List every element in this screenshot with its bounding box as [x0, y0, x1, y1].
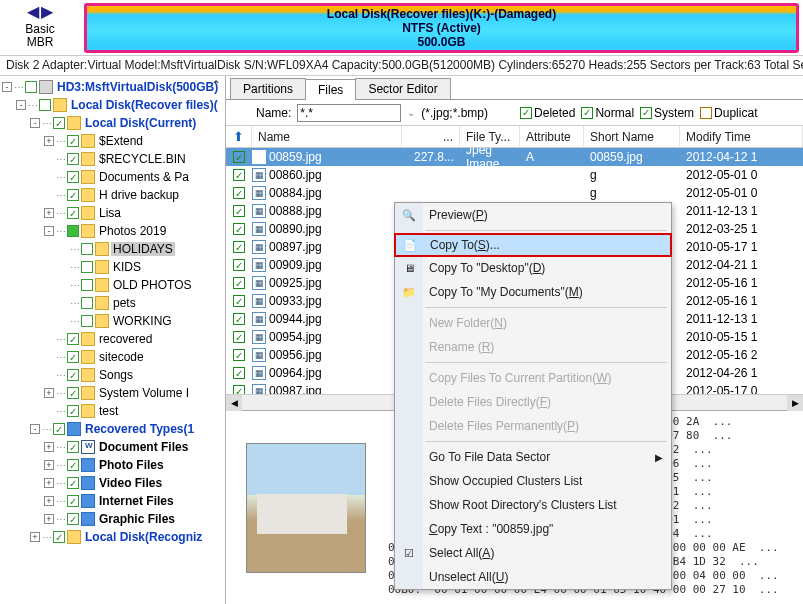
normal-check[interactable]: ✓Normal: [581, 106, 634, 120]
col-name[interactable]: Name: [252, 126, 402, 147]
expand-icon[interactable]: [58, 280, 68, 290]
tree-checkbox[interactable]: [81, 315, 93, 327]
tree-node[interactable]: +⋯✓Internet Files: [2, 492, 225, 510]
nav-back-icon[interactable]: ◀: [27, 2, 39, 21]
tree-node[interactable]: +⋯✓Document Files: [2, 438, 225, 456]
file-row[interactable]: ✓▦00884.jpgg2012-05-01 0: [226, 184, 803, 202]
duplicate-check[interactable]: Duplicat: [700, 106, 757, 120]
col-modify[interactable]: Modify Time: [680, 126, 803, 147]
file-checkbox[interactable]: ✓: [233, 367, 245, 379]
expand-icon[interactable]: [58, 316, 68, 326]
file-checkbox[interactable]: ✓: [233, 169, 245, 181]
tree-checkbox[interactable]: ✓: [67, 135, 79, 147]
tree-node[interactable]: -⋯Photos 2019: [2, 222, 225, 240]
tree-checkbox[interactable]: [67, 225, 79, 237]
tree-checkbox[interactable]: ✓: [67, 171, 79, 183]
expand-icon[interactable]: -: [30, 118, 40, 128]
menu-item[interactable]: ☑Select All(A): [395, 541, 671, 565]
tree-checkbox[interactable]: [81, 297, 93, 309]
tree-checkbox[interactable]: ✓: [67, 459, 79, 471]
file-checkbox[interactable]: ✓: [233, 385, 245, 394]
tree-checkbox[interactable]: ✓: [67, 477, 79, 489]
tree-node[interactable]: ⋯WORKING: [2, 312, 225, 330]
dropdown-icon[interactable]: ⌄: [407, 107, 415, 118]
tree-checkbox[interactable]: ✓: [67, 351, 79, 363]
expand-icon[interactable]: -: [16, 100, 26, 110]
expand-icon[interactable]: [58, 262, 68, 272]
tab-sector-editor[interactable]: Sector Editor: [355, 78, 450, 99]
tree-checkbox[interactable]: ✓: [67, 153, 79, 165]
expand-icon[interactable]: [58, 244, 68, 254]
expand-icon[interactable]: [44, 334, 54, 344]
col-attr[interactable]: Attribute: [520, 126, 584, 147]
expand-icon[interactable]: [58, 298, 68, 308]
menu-item[interactable]: Show Root Directory's Clusters List: [395, 493, 671, 517]
tree-checkbox[interactable]: ✓: [67, 369, 79, 381]
tree-node[interactable]: -⋯HD3:MsftVirtualDisk(500GB): [2, 78, 225, 96]
tree-node[interactable]: +⋯✓Photo Files: [2, 456, 225, 474]
name-filter-input[interactable]: [297, 104, 401, 122]
tree-checkbox[interactable]: ✓: [67, 495, 79, 507]
tree-node[interactable]: +⋯✓Lisa: [2, 204, 225, 222]
expand-icon[interactable]: -: [44, 226, 54, 236]
tree-checkbox[interactable]: [39, 99, 51, 111]
expand-icon[interactable]: -: [2, 82, 12, 92]
expand-icon[interactable]: +: [44, 496, 54, 506]
tree-checkbox[interactable]: ✓: [53, 423, 65, 435]
expand-icon[interactable]: [44, 352, 54, 362]
expand-icon[interactable]: [44, 190, 54, 200]
expand-icon[interactable]: [44, 370, 54, 380]
file-row[interactable]: ✓▦00859.jpg227.8...Jpeg ImageA00859.jpg2…: [226, 148, 803, 166]
menu-item[interactable]: 🔍Preview(P): [395, 203, 671, 227]
tree-checkbox[interactable]: ✓: [67, 189, 79, 201]
file-checkbox[interactable]: ✓: [233, 277, 245, 289]
menu-item[interactable]: 🖥Copy To "Desktop"(D): [395, 256, 671, 280]
tree-checkbox[interactable]: ✓: [67, 387, 79, 399]
tree-node[interactable]: ⋯OLD PHOTOS: [2, 276, 225, 294]
tree-node[interactable]: ⋯pets: [2, 294, 225, 312]
tree-node[interactable]: ⋯KIDS: [2, 258, 225, 276]
expand-icon[interactable]: [44, 172, 54, 182]
expand-icon[interactable]: +: [44, 460, 54, 470]
tab-files[interactable]: Files: [305, 79, 356, 100]
tree-node[interactable]: +⋯✓Graphic Files: [2, 510, 225, 528]
tree-node[interactable]: -⋯✓Local Disk(Current): [2, 114, 225, 132]
tab-partitions[interactable]: Partitions: [230, 78, 306, 99]
tree-checkbox[interactable]: [81, 243, 93, 255]
tree-node[interactable]: +⋯✓System Volume I: [2, 384, 225, 402]
deleted-check[interactable]: ✓Deleted: [520, 106, 575, 120]
tree-node[interactable]: ⋯✓H drive backup: [2, 186, 225, 204]
expand-icon[interactable]: +: [30, 532, 40, 542]
tree-node[interactable]: ⋯✓sitecode: [2, 348, 225, 366]
tree-checkbox[interactable]: [25, 81, 37, 93]
expand-icon[interactable]: +: [44, 478, 54, 488]
tree-checkbox[interactable]: ✓: [67, 207, 79, 219]
tree-node[interactable]: +⋯✓Local Disk(Recogniz: [2, 528, 225, 546]
expand-icon[interactable]: +: [44, 388, 54, 398]
col-shortname[interactable]: Short Name: [584, 126, 680, 147]
expand-icon[interactable]: +: [44, 514, 54, 524]
tree-checkbox[interactable]: ✓: [67, 441, 79, 453]
file-checkbox[interactable]: ✓: [233, 187, 245, 199]
file-checkbox[interactable]: ✓: [233, 241, 245, 253]
file-checkbox[interactable]: ✓: [233, 259, 245, 271]
expand-icon[interactable]: +: [44, 442, 54, 452]
tree-checkbox[interactable]: ✓: [67, 333, 79, 345]
up-folder-icon[interactable]: ⬆: [232, 129, 245, 144]
expand-icon[interactable]: [44, 154, 54, 164]
file-checkbox[interactable]: ✓: [233, 205, 245, 217]
tree-node[interactable]: ⋯✓$RECYCLE.BIN: [2, 150, 225, 168]
tree-checkbox[interactable]: ✓: [67, 513, 79, 525]
menu-item[interactable]: 📄Copy To(S)...: [394, 233, 672, 257]
tree-node[interactable]: -⋯✓Recovered Types(1: [2, 420, 225, 438]
tree-node[interactable]: -⋯Local Disk(Recover files)(: [2, 96, 225, 114]
file-checkbox[interactable]: ✓: [233, 223, 245, 235]
tree-node[interactable]: ⋯HOLIDAYS: [2, 240, 225, 258]
tree-node[interactable]: ⋯✓Songs: [2, 366, 225, 384]
menu-item[interactable]: Unselect All(U): [395, 565, 671, 589]
tree-node[interactable]: ⋯✓Documents & Pa: [2, 168, 225, 186]
tree-node[interactable]: +⋯✓$Extend: [2, 132, 225, 150]
file-checkbox[interactable]: ✓: [233, 151, 245, 163]
tree-node[interactable]: +⋯✓Video Files: [2, 474, 225, 492]
expand-icon[interactable]: [44, 406, 54, 416]
